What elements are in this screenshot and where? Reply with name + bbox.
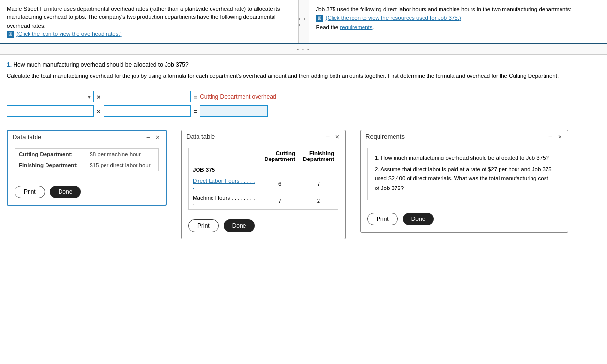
question-section: 1. How much manufacturing overhead shoul…: [0, 55, 607, 91]
panel-divider: • • •: [299, 0, 309, 43]
direct-labor-label: Direct Labor Hours . . . . . .: [189, 175, 260, 192]
dropdown-arrow: ▼: [87, 94, 91, 100]
req-num-2: 2.: [375, 166, 379, 172]
middle-dialog-title: Data table: [186, 133, 215, 140]
col-header-job: [189, 148, 260, 164]
table-header-row: CuttingDepartment FinishingDepartment: [189, 148, 338, 164]
machine-hours-finishing: 2: [299, 192, 338, 209]
left-done-button[interactable]: Done: [50, 186, 81, 198]
machine-hours-label: Machine Hours . . . . . . . . .: [189, 192, 260, 209]
left-data-table-dialog: Data table − × Cutting Department: $8 pe…: [7, 130, 167, 206]
grid-icon-left: ⊞: [7, 31, 14, 38]
table-row: Direct Labor Hours . . . . . . 6 7: [189, 175, 338, 192]
top-left-info: Maple Street Furniture uses departmental…: [0, 0, 299, 43]
equals-sign-1: =: [194, 93, 197, 101]
result-input-2[interactable]: [200, 105, 268, 117]
requirements-minimize-button[interactable]: −: [547, 133, 553, 140]
left-dialog-header: Data table − ×: [8, 131, 166, 144]
dept-value-cutting: $8 per machine hour: [86, 149, 158, 160]
grid-icon-right: ⊞: [316, 15, 323, 22]
left-dialog-controls: − ×: [145, 134, 161, 141]
middle-dialog-header: Data table − ×: [182, 130, 345, 143]
middle-close-button[interactable]: ×: [334, 133, 340, 140]
factor-input-1[interactable]: [104, 91, 191, 102]
job-cutting-header: [260, 164, 299, 175]
formula-row-2: × =: [7, 105, 600, 117]
left-dialog-footer: Print Done: [8, 182, 166, 205]
equals-sign-2: =: [194, 108, 197, 115]
dropdown-input-1[interactable]: ▼: [7, 91, 94, 102]
job-table-container: CuttingDepartment FinishingDepartment JO…: [188, 148, 338, 210]
cutting-dept-label: Cutting Department overhead: [200, 93, 276, 100]
job-label: JOB 375: [189, 164, 260, 175]
question-number: 1.: [7, 61, 12, 68]
requirements-dialog-controls: − ×: [547, 133, 563, 140]
requirements-dialog-header: Requirements − ×: [361, 130, 568, 143]
requirements-print-button[interactable]: Print: [367, 213, 398, 225]
instruction-text: Calculate the total manufacturing overhe…: [7, 72, 600, 80]
req-num-1: 1.: [375, 155, 379, 160]
col-header-finishing: FinishingDepartment: [299, 148, 338, 164]
formula-area: ▼ × = Cutting Department overhead × =: [0, 91, 607, 117]
direct-labor-cutting: 6: [260, 175, 299, 192]
collapse-dots: • • •: [297, 46, 310, 52]
dept-label-finishing: Finishing Department:: [15, 160, 86, 171]
multiply-operator-1: ×: [97, 93, 101, 101]
left-data-table: Cutting Department: $8 per machine hour …: [15, 148, 159, 171]
table-row: Machine Hours . . . . . . . . . 7 2: [189, 192, 338, 209]
requirements-box: 1. How much manufacturing overhead shoul…: [367, 148, 561, 200]
top-right-text: Job 375 used the following direct labor …: [316, 6, 572, 12]
left-print-button[interactable]: Print: [15, 186, 45, 198]
requirements-dialog: Requirements − × 1. How much manufacturi…: [360, 130, 568, 233]
overhead-rates-link[interactable]: (Click the icon to view the overhead rat…: [16, 31, 121, 37]
left-dialog-content: Cutting Department: $8 per machine hour …: [8, 144, 166, 182]
middle-minimize-button[interactable]: −: [325, 133, 331, 140]
middle-done-button[interactable]: Done: [224, 219, 255, 232]
middle-dialog-controls: − ×: [325, 133, 340, 140]
job-table: CuttingDepartment FinishingDepartment JO…: [189, 148, 338, 209]
requirements-done-button[interactable]: Done: [403, 213, 434, 225]
dept-value-finishing: $15 per direct labor hour: [86, 160, 158, 171]
formula-row-1: ▼ × = Cutting Department overhead: [7, 91, 600, 102]
dept-label-cutting: Cutting Department:: [15, 149, 86, 160]
panels-area: Data table − × Cutting Department: $8 pe…: [0, 125, 607, 244]
job-finishing-header: [299, 164, 338, 175]
multiply-operator-2: ×: [97, 108, 101, 115]
read-text: Read the: [316, 24, 340, 30]
divider-dots: • • •: [299, 16, 309, 28]
question-body: How much manufacturing overhead should b…: [13, 61, 188, 68]
middle-print-button[interactable]: Print: [188, 219, 219, 232]
table-row: JOB 375: [189, 164, 338, 175]
left-dialog-title: Data table: [13, 133, 41, 141]
requirements-content: 1. How much manufacturing overhead shoul…: [361, 143, 568, 209]
req-item-2: 2. Assume that direct labor is paid at a…: [375, 165, 554, 193]
direct-labor-finishing: 7: [299, 175, 338, 192]
requirements-dialog-title: Requirements: [365, 133, 405, 140]
question-text: 1. How much manufacturing overhead shoul…: [7, 61, 600, 68]
left-minimize-button[interactable]: −: [145, 134, 151, 141]
top-right-info: Job 375 used the following direct labor …: [309, 0, 607, 43]
req-text-2: Assume that direct labor is paid at a ra…: [375, 166, 552, 191]
collapse-bar[interactable]: • • •: [0, 44, 607, 55]
factor-input-2b[interactable]: [104, 105, 191, 117]
table-row: Finishing Department: $15 per direct lab…: [15, 160, 159, 171]
requirements-close-button[interactable]: ×: [557, 133, 563, 140]
middle-dialog-footer: Print Done: [182, 216, 345, 239]
req-text-1: How much manufacturing overhead should b…: [381, 155, 549, 160]
top-left-text: Maple Street Furniture uses departmental…: [7, 6, 280, 29]
left-close-button[interactable]: ×: [155, 134, 161, 141]
requirements-dialog-footer: Print Done: [361, 209, 568, 232]
table-row: Cutting Department: $8 per machine hour: [15, 149, 159, 160]
col-header-cutting: CuttingDepartment: [260, 148, 299, 164]
factor-input-2a[interactable]: [7, 105, 94, 117]
middle-data-table-dialog: Data table − × CuttingDepartment Finishi…: [181, 130, 346, 239]
machine-hours-cutting: 7: [260, 192, 299, 209]
requirements-link[interactable]: requirements: [340, 24, 372, 30]
period-text: .: [373, 24, 374, 30]
resources-link[interactable]: (Click the icon to view the resources us…: [326, 15, 461, 21]
req-item-1: 1. How much manufacturing overhead shoul…: [375, 153, 554, 163]
